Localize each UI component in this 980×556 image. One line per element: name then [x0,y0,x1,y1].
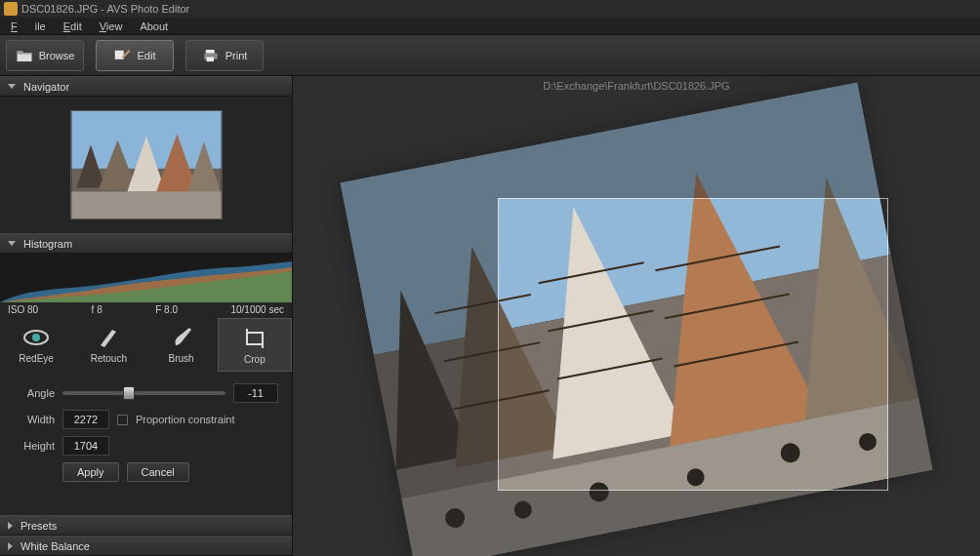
canvas-area: D:\Exchange\Frankfurt\DSC01826.JPG [293,76,980,556]
chevron-right-icon [8,542,13,550]
chevron-down-icon [8,84,16,89]
crop-controls: Angle -11 Width 2272 Proportion constrai… [0,372,292,492]
proportion-checkbox[interactable] [117,415,128,425]
height-label: Height [14,440,55,452]
tool-redeye[interactable]: RedEye [0,318,72,372]
proportion-label: Proportion constraint [136,414,235,425]
width-label: Width [14,414,55,425]
navigator-thumbnail[interactable] [70,110,223,219]
eye-icon [22,326,50,349]
canvas-viewport[interactable] [342,115,931,536]
pencil-icon [114,48,132,63]
app-icon [4,2,18,16]
tool-retouch[interactable]: Retouch [72,318,144,372]
svg-rect-11 [71,192,221,219]
menu-edit[interactable]: Edit [55,20,91,33]
crop-icon [241,327,268,350]
svg-rect-1 [205,50,214,54]
folder-icon [16,48,33,63]
navigator-panel [0,97,292,233]
browse-button[interactable]: Browse [6,40,84,71]
svg-rect-3 [206,57,214,61]
print-button[interactable]: Print [185,40,264,71]
width-value[interactable]: 2272 [62,410,109,429]
histogram-panel [0,254,292,302]
left-sidebar: Navigator Histogram [0,76,293,556]
angle-value[interactable]: -11 [233,383,278,403]
main-toolbar: Browse Edit Print [0,35,980,76]
crop-frame[interactable] [498,198,888,491]
title-bar: DSC01826.JPG - AVS Photo Editor [0,0,980,18]
apply-button[interactable]: Apply [62,462,119,482]
brush-icon [168,326,195,349]
tool-brush[interactable]: Brush [145,318,218,372]
retouch-icon [95,326,122,349]
histogram-panel-head[interactable]: Histogram [0,233,292,254]
cancel-button[interactable]: Cancel [127,462,189,482]
menu-about[interactable]: About [131,20,177,33]
whitebalance-panel-head[interactable]: White Balance [0,536,292,556]
chevron-right-icon [8,522,13,530]
printer-icon [202,48,220,63]
menu-view[interactable]: View [91,20,132,33]
chevron-down-icon [8,241,16,246]
file-path-label: D:\Exchange\Frankfurt\DSC01826.JPG [293,76,980,96]
height-value[interactable]: 1704 [62,436,109,456]
window-title: DSC01826.JPG - AVS Photo Editor [21,3,189,15]
slider-knob[interactable] [123,386,135,400]
menu-bar: File Edit View About [0,18,980,35]
presets-panel-head[interactable]: Presets [0,515,292,536]
histogram-meta: ISO 80 f 8 F 8.0 10/1000 sec [0,302,292,318]
tool-crop[interactable]: Crop [218,318,292,372]
menu-file[interactable]: File [2,20,55,33]
svg-point-13 [32,334,40,341]
tool-strip: RedEye Retouch Brush Crop [0,318,292,372]
angle-label: Angle [14,387,55,399]
navigator-panel-head[interactable]: Navigator [0,76,292,97]
edit-button[interactable]: Edit [96,40,174,71]
angle-slider[interactable] [62,391,225,395]
